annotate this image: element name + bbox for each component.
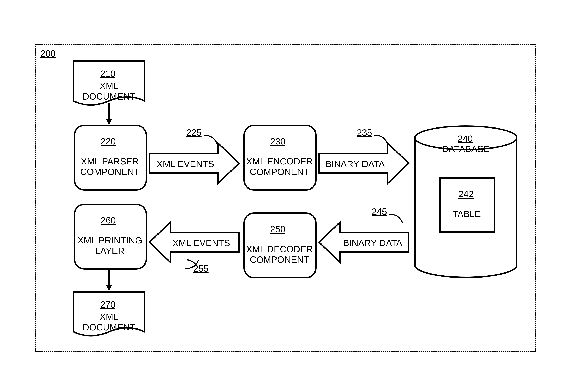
ref-245: 245 xyxy=(372,206,387,217)
label-230: XML ENCODER COMPONENT xyxy=(246,156,313,177)
ref-242: 242 xyxy=(458,189,474,199)
arrow-260-to-270 xyxy=(105,269,113,291)
ref-225: 225 xyxy=(186,127,202,138)
leader-225 xyxy=(203,133,219,146)
ref-240: 240 xyxy=(458,133,473,144)
diagram-canvas: 200 210 XML DOCUMENT 220 XML PARSER COMP… xyxy=(0,0,569,392)
ref-235: 235 xyxy=(357,127,372,138)
ref-260: 260 xyxy=(101,215,116,225)
leader-255 xyxy=(185,258,200,270)
label-210: XML DOCUMENT xyxy=(75,81,143,102)
label-235-text: BINARY DATA xyxy=(324,159,386,169)
label-270: XML DOCUMENT xyxy=(75,312,143,333)
leader-245 xyxy=(389,212,404,225)
svg-marker-4 xyxy=(106,285,112,291)
label-245-text: BINARY DATA xyxy=(342,238,404,248)
box-242-table xyxy=(439,177,495,233)
label-250: XML DECODER COMPONENT xyxy=(246,244,313,265)
label-260: XML PRINTING LAYER xyxy=(76,235,143,256)
label-242: TABLE xyxy=(442,209,491,219)
ref-250: 250 xyxy=(270,224,285,234)
label-240: DATABASE xyxy=(433,144,499,154)
leader-235 xyxy=(374,133,389,146)
ref-220: 220 xyxy=(101,136,116,147)
ref-270: 270 xyxy=(100,299,116,310)
ref-230: 230 xyxy=(270,136,285,147)
ref-210: 210 xyxy=(100,69,116,79)
label-220: XML PARSER COMPONENT xyxy=(76,156,143,177)
ref-200: 200 xyxy=(40,48,56,59)
label-255-text: XML EVENTS xyxy=(172,238,230,248)
svg-marker-1 xyxy=(106,119,112,125)
label-225-text: XML EVENTS xyxy=(156,159,214,169)
arrow-210-to-220 xyxy=(105,103,113,126)
